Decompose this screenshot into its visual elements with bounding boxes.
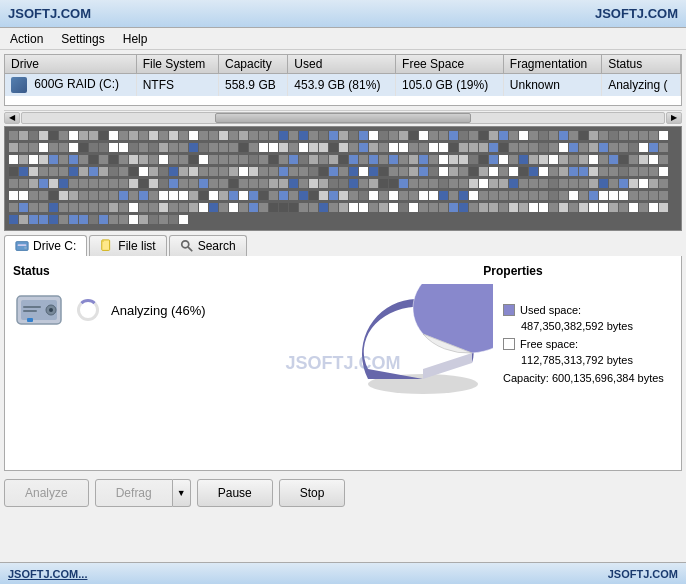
cell-filesystem: NTFS	[136, 74, 218, 97]
svg-rect-4	[103, 241, 104, 242]
pause-button[interactable]: Pause	[197, 479, 273, 507]
menu-settings[interactable]: Settings	[55, 31, 110, 47]
hdd-icon	[13, 288, 65, 332]
pie-chart	[353, 284, 493, 404]
footer: JSOFTJ.COM... JSOFTJ.COM	[0, 562, 686, 584]
status-text: Analyzing (46%)	[111, 303, 206, 318]
tab-label-drive-c: Drive C:	[33, 239, 76, 253]
col-fragmentation: Fragmentation	[503, 55, 601, 74]
svg-rect-1	[18, 244, 27, 246]
legend-free-bytes: 112,785,313,792	[521, 354, 604, 366]
cell-drive: 600G RAID (C:)	[5, 74, 136, 97]
file-list-tab-icon	[100, 239, 114, 253]
cell-used: 453.9 GB (81%)	[288, 74, 396, 97]
loading-spinner	[77, 299, 99, 321]
legend-used-label: Used space:	[520, 304, 581, 316]
tab-label-file-list: File list	[118, 239, 155, 253]
capacity-label: Capacity:	[503, 372, 549, 384]
legend-used-unit: bytes	[607, 320, 633, 332]
footer-brand: JSOFTJ.COM	[608, 568, 678, 580]
defrag-group: Defrag ▼	[95, 479, 191, 507]
tab-search[interactable]: Search	[169, 235, 247, 256]
defrag-button[interactable]: Defrag	[95, 479, 173, 507]
tab-label-search: Search	[198, 239, 236, 253]
cell-fragmentation: Unknown	[503, 74, 601, 97]
status-title: Status	[13, 264, 313, 278]
svg-rect-12	[23, 310, 37, 312]
svg-point-10	[49, 308, 53, 312]
title-bar-right: JSOFTJ.COM	[595, 6, 678, 21]
col-capacity: Capacity	[219, 55, 288, 74]
defrag-dropdown-button[interactable]: ▼	[173, 479, 191, 507]
col-used: Used	[288, 55, 396, 74]
title-bar: JSOFTJ.COM JSOFTJ.COM	[0, 0, 686, 28]
legend-free-item: Free space:	[503, 338, 664, 350]
scrollbar-thumb	[215, 113, 472, 123]
drive-tab-icon	[15, 239, 29, 253]
pie-chart-area: Used space: 487,350,382,592 bytes Free s…	[353, 284, 673, 404]
footer-link[interactable]: JSOFTJ.COM...	[8, 568, 87, 580]
drive-icon	[11, 77, 27, 93]
legend-used-item: Used space:	[503, 304, 664, 316]
scrollbar-left-btn[interactable]: ◀	[4, 112, 20, 124]
main-panel: Status Analyzing (46%) Properties	[4, 256, 682, 471]
status-section: Status Analyzing (46%)	[13, 264, 313, 332]
capacity-unit: bytes	[638, 372, 664, 384]
cell-status: Analyzing (	[602, 74, 681, 97]
scrollbar-track[interactable]	[21, 112, 665, 124]
capacity-row: Capacity: 600,135,696,384 bytes	[503, 372, 664, 384]
drive-table-container: Drive File System Capacity Used Free Spa…	[4, 54, 682, 106]
legend-used-box	[503, 304, 515, 316]
properties-section: Properties Used space:	[353, 264, 673, 404]
svg-point-5	[181, 241, 188, 248]
disk-map	[4, 126, 682, 231]
svg-rect-13	[27, 318, 33, 322]
drive-table: Drive File System Capacity Used Free Spa…	[5, 55, 681, 96]
table-row[interactable]: 600G RAID (C:) NTFS 558.9 GB 453.9 GB (8…	[5, 74, 681, 97]
legend-free-label: Free space:	[520, 338, 578, 350]
col-filesystem: File System	[136, 55, 218, 74]
menu-bar: Action Settings Help	[0, 28, 686, 50]
svg-line-6	[188, 247, 192, 251]
svg-rect-11	[23, 306, 41, 308]
title-bar-left: JSOFTJ.COM	[8, 6, 91, 21]
tab-drive-c[interactable]: Drive C:	[4, 235, 87, 256]
stop-button[interactable]: Stop	[279, 479, 346, 507]
search-tab-icon	[180, 239, 194, 253]
horizontal-scrollbar[interactable]: ◀ ▶	[4, 110, 682, 124]
analyze-button[interactable]: Analyze	[4, 479, 89, 507]
cell-freespace: 105.0 GB (19%)	[396, 74, 504, 97]
legend-used-bytes: 487,350,382,592	[521, 320, 604, 332]
menu-action[interactable]: Action	[4, 31, 49, 47]
bottom-toolbar: Analyze Defrag ▼ Pause Stop	[4, 475, 682, 511]
svg-point-2	[24, 246, 27, 249]
cell-capacity: 558.9 GB	[219, 74, 288, 97]
tab-file-list[interactable]: File list	[89, 235, 166, 256]
legend: Used space: 487,350,382,592 bytes Free s…	[503, 304, 664, 384]
col-freespace: Free Space	[396, 55, 504, 74]
status-content: Analyzing (46%)	[13, 288, 313, 332]
col-status: Status	[602, 55, 681, 74]
properties-title: Properties	[353, 264, 673, 278]
scrollbar-right-btn[interactable]: ▶	[666, 112, 682, 124]
capacity-bytes: 600,135,696,384	[552, 372, 635, 384]
col-drive: Drive	[5, 55, 136, 74]
tabs-container: Drive C: File list Search	[4, 235, 682, 256]
legend-free-box	[503, 338, 515, 350]
legend-free-unit: bytes	[607, 354, 633, 366]
menu-help[interactable]: Help	[117, 31, 154, 47]
